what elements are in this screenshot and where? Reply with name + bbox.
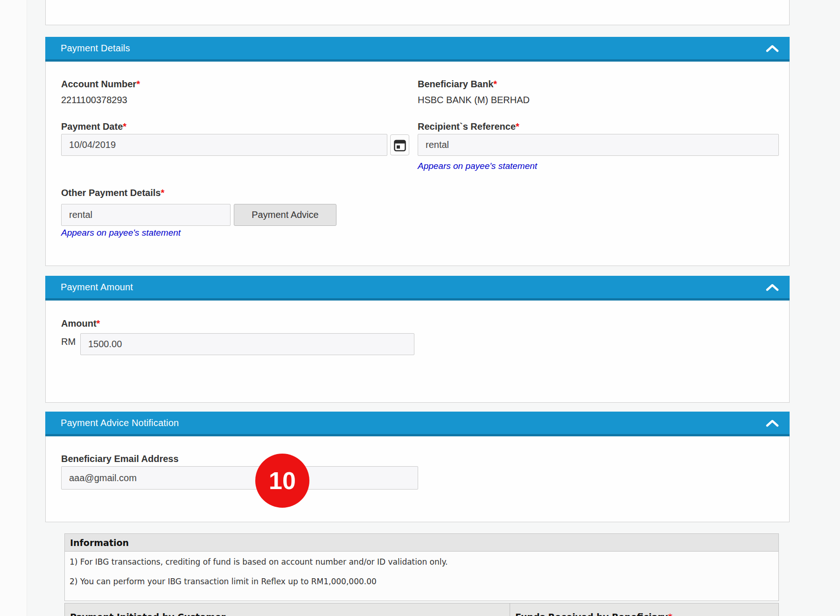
footer-column-payment-initiated: Payment Initiated by Customer [64, 603, 510, 616]
left-gutter [0, 0, 27, 616]
amount-input[interactable] [80, 333, 414, 355]
information-line-1: 1) For IBG transactions, crediting of fu… [70, 557, 448, 567]
required-asterisk: * [516, 121, 519, 132]
beneficiary-email-input[interactable] [61, 466, 418, 490]
other-payment-details-input[interactable] [61, 204, 231, 226]
payment-details-header[interactable]: Payment Details [45, 37, 790, 62]
required-asterisk: * [161, 188, 164, 198]
step-10-badge: 10 [255, 454, 309, 508]
recipients-reference-input[interactable] [418, 134, 779, 156]
other-details-statement-hint: Appears on payee's statement [61, 228, 181, 238]
required-asterisk: * [493, 79, 497, 89]
payment-amount-header[interactable]: Payment Amount [45, 276, 790, 301]
payment-details-title: Payment Details [61, 43, 130, 54]
previous-section-box [45, 0, 790, 25]
account-number-value: 2211100378293 [61, 95, 127, 105]
required-asterisk: * [668, 612, 672, 616]
chevron-up-icon[interactable] [765, 419, 779, 427]
chevron-up-icon[interactable] [765, 283, 779, 291]
date-picker-button[interactable] [390, 134, 409, 155]
recipients-reference-label: Recipient`s Reference* [418, 121, 519, 132]
payment-advice-notification-header[interactable]: Payment Advice Notification [45, 412, 790, 436]
required-asterisk: * [97, 318, 100, 329]
currency-label: RM [61, 336, 76, 347]
payment-date-label: Payment Date* [61, 121, 126, 132]
beneficiary-email-label: Beneficiary Email Address [61, 454, 179, 464]
reference-statement-hint: Appears on payee's statement [418, 161, 537, 171]
required-asterisk: * [136, 79, 140, 89]
payment-advice-button[interactable]: Payment Advice [234, 204, 336, 226]
information-panel: Information [64, 533, 779, 601]
payment-form-page: Payment Details Account Number* 22111003… [0, 0, 840, 616]
beneficiary-bank-value: HSBC BANK (M) BERHAD [418, 95, 530, 105]
other-payment-details-label: Other Payment Details* [61, 188, 164, 198]
amount-label: Amount* [61, 318, 100, 329]
payment-advice-notification-title: Payment Advice Notification [61, 418, 179, 428]
chevron-up-icon[interactable] [765, 44, 779, 52]
payment-amount-title: Payment Amount [61, 282, 133, 293]
beneficiary-bank-label: Beneficiary Bank* [418, 79, 497, 90]
footer-column-funds-received: Funds Received by Beneficiary* [510, 603, 779, 616]
account-number-label: Account Number* [61, 79, 140, 90]
information-title: Information [65, 534, 778, 552]
payment-date-input[interactable] [61, 134, 387, 156]
required-asterisk: * [123, 121, 126, 132]
calendar-icon [394, 139, 406, 152]
information-line-2: 2) You can perform your IBG transaction … [70, 577, 377, 586]
